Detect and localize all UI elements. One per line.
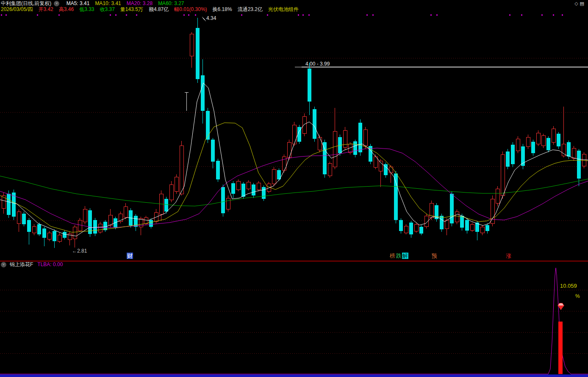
candle-body-down[interactable] [465,220,469,231]
panel-grid-icon[interactable]: ▤ [580,1,586,6]
candle-body-up[interactable] [272,169,276,184]
candle-body-down[interactable] [149,220,153,227]
candle-body-up[interactable] [348,144,352,152]
candle-body-down[interactable] [353,141,357,155]
candle-body-down[interactable] [37,224,41,234]
tag-zhang[interactable]: 涨 [505,253,512,259]
candle-body-up[interactable] [572,148,576,158]
candle-body-up[interactable] [73,227,77,239]
candle-body-up[interactable] [455,212,459,222]
candle-body-up[interactable] [247,182,250,189]
candle-body-up[interactable] [175,177,178,191]
tag-cai[interactable]: 财 [127,253,133,259]
candle-body-up[interactable] [47,233,51,239]
candle-body-up[interactable] [552,129,555,142]
candle-body-down[interactable] [308,69,311,102]
candle-body-up[interactable] [582,154,586,166]
candle-body-up[interactable] [526,137,530,146]
candle-body-up[interactable] [68,234,72,239]
candle-body-up[interactable] [17,212,21,223]
candle-body-down[interactable] [399,220,403,231]
header-corner-icons: ◇▤ [574,1,586,6]
candle-body-down[interactable] [394,173,398,220]
candle-body-down[interactable] [252,184,255,195]
candle-body-down[interactable] [409,223,413,234]
collapse-subpanel-chevron-icon[interactable]: ˅ [1,262,6,267]
candle-body-up[interactable] [404,226,408,233]
candle-body-up[interactable] [516,139,520,151]
candle-body-down[interactable] [557,134,560,146]
candle-body-up[interactable] [363,129,367,146]
tag-yu[interactable]: 预 [431,253,438,259]
candle-body-down[interactable] [27,220,31,232]
candle-body-down[interactable] [206,111,210,140]
candle-body-down[interactable] [577,151,581,179]
candle-body-up[interactable] [302,116,306,133]
candle-body-up[interactable] [83,209,87,222]
candle-body-up[interactable] [180,146,183,194]
candle-body-up[interactable] [536,133,540,144]
candle-body-up[interactable] [491,199,494,223]
candle-body-down[interactable] [485,225,489,231]
candle-body-up[interactable] [318,137,322,150]
candle-body-down[interactable] [313,109,316,139]
candle-body-down[interactable] [241,184,245,197]
candle-body-down[interactable] [53,231,56,241]
candle-body-down[interactable] [358,123,362,152]
candle-body-up[interactable] [226,198,230,209]
candle-body-down[interactable] [42,228,46,238]
candle-body-up[interactable] [541,135,545,146]
panel-divider [0,261,588,261]
candle-body-up[interactable] [108,215,112,225]
candle-body-down[interactable] [323,142,327,174]
candle-body-down[interactable] [450,194,454,223]
candle-body-down[interactable] [567,142,571,157]
candle-body-up[interactable] [328,163,332,176]
candle-body-down[interactable] [93,220,97,234]
candle-body-up[interactable] [169,184,173,200]
candle-body-up[interactable] [98,224,102,232]
candle-body-up[interactable] [32,226,36,233]
candle-body-up[interactable] [470,224,474,230]
candle-body-down[interactable] [546,138,550,150]
tag-bangdiejie[interactable]: 榜跌解 [389,253,408,259]
candle-body-down[interactable] [511,145,515,164]
candle-body-down[interactable] [196,28,200,79]
collapse-main-chevron-icon[interactable]: ˅ [54,1,59,6]
candle-body-down[interactable] [201,75,205,111]
candle-body-down[interactable] [221,187,225,213]
candle-body-up[interactable] [562,144,566,156]
candle-body-down[interactable] [211,140,215,162]
candle-body-up[interactable] [501,154,505,195]
candle-body-up[interactable] [414,224,418,231]
diamond-icon[interactable]: ◇ [574,1,580,6]
candle-body-up[interactable] [389,167,393,173]
candle-body-up[interactable] [236,181,240,190]
candle-body-up[interactable] [124,206,128,217]
candle-body-up[interactable] [190,34,194,56]
candle-body-down[interactable] [506,151,510,167]
candle-body-down[interactable] [7,194,11,215]
low-label: ←2.81 [72,248,87,254]
candles-layer[interactable] [2,18,586,248]
candle-body-up[interactable] [287,142,291,157]
candle-body-up[interactable] [496,189,499,203]
candle-body-up[interactable] [58,235,61,241]
candle-body-down[interactable] [22,214,26,224]
candle-body-down[interactable] [216,161,220,179]
candle-body-down[interactable] [460,216,464,228]
candle-body-down[interactable] [63,232,67,238]
candlestick-chart-canvas[interactable] [0,0,588,377]
candle-body-down[interactable] [164,199,168,212]
candle-body-down[interactable] [88,210,92,234]
candle-body-down[interactable] [231,183,235,194]
candle-body-up[interactable] [292,125,296,144]
candle-body-up[interactable] [480,227,484,233]
candle-body-down[interactable] [531,142,535,153]
candle-body-up[interactable] [333,131,337,167]
candle-body-down[interactable] [440,216,444,229]
candle-body-up[interactable] [257,183,261,190]
candle-body-up[interactable] [154,212,158,221]
candle-body-down[interactable] [419,227,423,234]
candle-body-down[interactable] [262,187,266,199]
